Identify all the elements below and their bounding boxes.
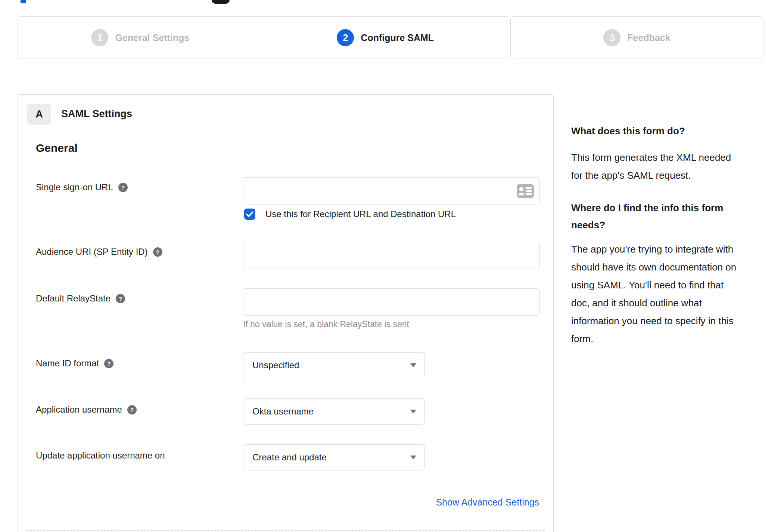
sidebar-text-line: This form generates the XML needed [571, 148, 775, 166]
stepper-step-feedback[interactable]: 3 Feedback [511, 17, 763, 59]
field-label-text: Name ID format [36, 358, 99, 369]
application-username-label: Application username ? [36, 403, 137, 416]
single-sign-on-url-input[interactable] [243, 177, 540, 204]
sidebar-question-1: What does this form do? [571, 122, 775, 140]
help-icon[interactable]: ? [116, 294, 125, 303]
sidebar-text-line: The app you're trying to integrate with [571, 240, 775, 258]
default-relaystate-input[interactable] [243, 288, 540, 316]
cropped-top-element [21, 0, 26, 3]
field-label-text: Application username [36, 404, 122, 415]
checkbox-label: Use this for Recipient URL and Destinati… [265, 209, 456, 220]
wizard-stepper: 1 General Settings 2 Configure SAML [18, 16, 508, 59]
section-divider-dashed [27, 530, 545, 531]
step-label: Feedback [627, 32, 670, 43]
select-value: Unspecified [252, 360, 299, 370]
field-label-text: Audience URI (SP Entity ID) [36, 247, 148, 257]
use-for-recipient-destination-checkbox[interactable] [244, 209, 255, 220]
section-a-badge: A [27, 104, 51, 125]
saml-settings-panel: A SAML Settings General Single sign-on U… [18, 94, 554, 532]
update-application-username-label: Update application username on [36, 449, 165, 462]
stepper-step-configure-saml[interactable]: 2 Configure SAML [263, 17, 508, 59]
sidebar-heading-line: needs? [571, 216, 775, 234]
field-label-text: Single sign-on URL [36, 182, 113, 193]
sidebar-text-line: using SAML. You'll need to find that [571, 276, 775, 294]
show-advanced-settings-link[interactable]: Show Advanced Settings [436, 497, 539, 508]
sidebar-text-line: information you need to specify in this [571, 312, 775, 330]
help-icon[interactable]: ? [153, 247, 162, 257]
sidebar-text-line: should have its own documentation on [571, 258, 775, 276]
step-number-badge: 2 [337, 29, 354, 46]
select-value: Okta username [252, 406, 314, 417]
help-icon[interactable]: ? [127, 405, 137, 414]
caret-down-icon [410, 456, 416, 459]
general-section-heading: General [36, 142, 78, 154]
step-number-badge: 1 [91, 29, 108, 46]
sidebar-text-line: for the app's SAML request. [571, 166, 775, 184]
default-relaystate-label: Default RelayState ? [36, 292, 125, 305]
help-icon[interactable]: ? [118, 183, 128, 192]
sidebar-text-line: doc, and it should outline what [571, 294, 775, 312]
update-application-username-select[interactable]: Create and update [243, 444, 425, 470]
page: 1 General Settings 2 Configure SAML 3 Fe… [0, 0, 781, 532]
step-label: Configure SAML [361, 32, 434, 43]
cropped-top-element [212, 0, 230, 4]
name-id-format-select[interactable]: Unspecified [243, 352, 425, 378]
sidebar-heading-line: Where do I find the info this form [571, 199, 775, 216]
caret-down-icon [410, 410, 416, 413]
caret-down-icon [410, 363, 416, 367]
application-username-select[interactable]: Okta username [243, 398, 425, 425]
help-sidebar: What does this form do? This form genera… [571, 122, 775, 363]
help-icon[interactable]: ? [104, 359, 113, 368]
checkmark-icon [246, 211, 253, 217]
stepper-step-general-settings[interactable]: 1 General Settings [18, 17, 263, 59]
sidebar-answer-1: This form generates the XML needed for t… [571, 148, 775, 184]
field-label-text: Update application username on [36, 450, 165, 461]
select-value: Create and update [252, 452, 327, 463]
sidebar-answer-2: The app you're trying to integrate with … [571, 240, 775, 348]
audience-uri-input[interactable] [243, 242, 540, 269]
sidebar-question-2: Where do I find the info this form needs… [571, 199, 775, 234]
audience-uri-label: Audience URI (SP Entity ID) ? [36, 245, 162, 259]
single-sign-on-url-label: Single sign-on URL ? [36, 181, 128, 194]
sidebar-text-line: form. [571, 330, 775, 348]
wizard-stepper: 3 Feedback [510, 16, 763, 59]
panel-title: SAML Settings [61, 108, 132, 120]
step-number-badge: 3 [603, 29, 620, 46]
contact-card-icon [517, 184, 534, 198]
name-id-format-label: Name ID format ? [36, 357, 113, 370]
field-label-text: Default RelayState [36, 293, 111, 304]
relaystate-hint-text: If no value is set, a blank RelayState i… [243, 319, 409, 329]
step-label: General Settings [115, 32, 189, 43]
